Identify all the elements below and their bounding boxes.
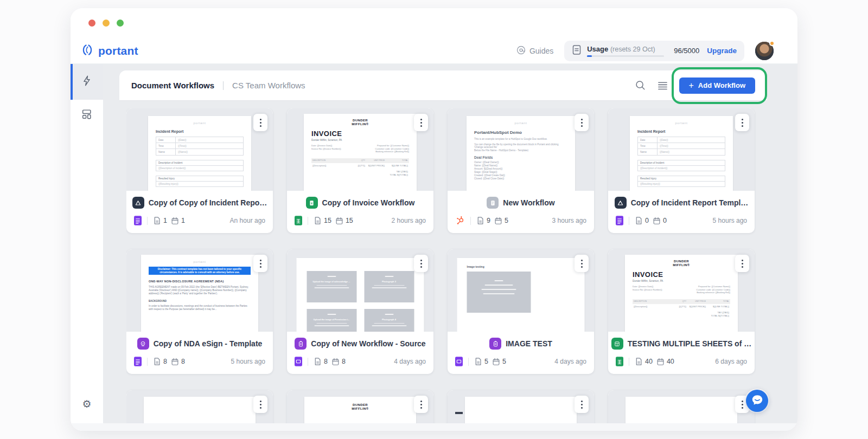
image-test-preview: Image testing — [457, 258, 585, 332]
documents-count: 8 — [324, 358, 328, 365]
events-count: 5 — [502, 358, 506, 365]
close-window-button[interactable] — [88, 20, 95, 27]
plus-icon: + — [689, 81, 694, 90]
minimize-window-button[interactable] — [103, 20, 110, 27]
meta-divider — [629, 217, 629, 225]
slides-preview: Upload the image of acknowledge ...Photo… — [297, 258, 424, 332]
chat-launcher[interactable] — [746, 390, 768, 412]
sidebar-item-settings[interactable]: ⚙ — [71, 398, 103, 410]
documents-icon — [153, 357, 161, 366]
doc-preview-invoice: DUNDER MIFFLIN® INVOICE Dunder Mifflin, … — [304, 114, 417, 191]
documents-icon — [314, 216, 322, 225]
portant-logo[interactable]: portant — [80, 43, 138, 59]
tab-cs-team-workflows[interactable]: CS Team Workflows — [232, 81, 305, 90]
sheets-green-icon — [306, 197, 318, 209]
card-menu-button[interactable] — [253, 396, 267, 413]
usage-progress-bar — [587, 55, 664, 57]
workflow-thumbnail: portant Incident Report Date{{Date}}Time… — [126, 108, 273, 191]
list-view-button[interactable] — [657, 81, 668, 91]
calendar-icon — [653, 217, 661, 225]
calendar-icon — [494, 217, 502, 225]
chat-icon — [751, 394, 763, 408]
card-menu-button[interactable] — [735, 114, 749, 131]
last-activity: 2 hours ago — [392, 217, 426, 224]
meta-divider — [629, 358, 629, 366]
guides-label: Guides — [529, 47, 553, 55]
search-button[interactable] — [635, 80, 646, 91]
calendar-icon — [171, 217, 179, 225]
workflow-grid: portant Incident Report Date{{Date}}Time… — [126, 108, 756, 423]
doc-preview-incident: portant Incident Report Date{{Date}}Time… — [630, 116, 733, 191]
workflow-card[interactable] — [448, 390, 594, 423]
doc-gray-icon — [487, 197, 499, 209]
last-activity: 4 days ago — [394, 358, 426, 365]
workflow-title: Copy of NDA eSign - Template — [154, 339, 263, 348]
workflow-card[interactable]: portant Incident Report Date{{Date}}Time… — [126, 108, 273, 233]
doc-preview-invoice: DUNDER MIFFLIN® — [304, 397, 416, 423]
usage-count: 96/5000 — [674, 47, 699, 55]
app-header: portant Guides Usage (resets 29 Oct) 96/… — [71, 38, 797, 64]
workflow-thumbnail — [448, 390, 594, 423]
document-usage-icon — [572, 44, 582, 57]
card-menu-button[interactable] — [575, 396, 589, 413]
table-green-icon — [611, 338, 623, 350]
incident-dark-icon — [132, 197, 144, 209]
card-menu-button[interactable] — [414, 114, 428, 131]
documents-icon — [153, 216, 161, 225]
last-activity: An hour ago — [230, 217, 265, 224]
clipboard-purple-icon — [295, 338, 307, 350]
workflow-card[interactable]: portant Incident Report Date{{Date}}Time… — [608, 108, 755, 233]
documents-icon — [635, 357, 643, 366]
workflow-card[interactable]: DUNDER MIFFLIN® INVOICE Dunder Mifflin, … — [608, 249, 755, 374]
workflow-card[interactable]: Image testing IMAGE TEST 5 5 4 days ago — [448, 249, 594, 374]
last-activity: 4 days ago — [554, 358, 586, 365]
doc-preview-blank — [144, 397, 256, 423]
workflow-card[interactable]: DUNDER MIFFLIN® INVOICE Dunder Mifflin, … — [287, 108, 433, 233]
preview-text-mark — [455, 412, 463, 414]
events-count: 8 — [342, 358, 346, 365]
meta-divider — [470, 217, 471, 225]
docs-purple-file-icon — [616, 216, 623, 225]
workflow-card[interactable]: DUNDER MIFFLIN® — [287, 390, 433, 423]
workflow-title: New Workflow — [503, 198, 554, 207]
events-count: 15 — [346, 217, 353, 224]
documents-count: 15 — [324, 217, 331, 224]
add-workflow-button[interactable]: + Add Workflow — [679, 78, 755, 94]
card-menu-button[interactable] — [414, 255, 428, 272]
card-menu-button[interactable] — [414, 396, 428, 413]
maximize-window-button[interactable] — [117, 20, 124, 27]
workflow-card[interactable] — [608, 390, 755, 423]
workflow-thumbnail: DUNDER MIFFLIN® INVOICE Dunder Mifflin, … — [608, 249, 755, 332]
sidebar-item-workflows[interactable] — [71, 64, 103, 100]
sidebar-item-templates[interactable] — [71, 100, 103, 130]
doc-preview-blank — [465, 397, 577, 423]
sidebar: ⚙ — [71, 64, 103, 431]
card-menu-button[interactable] — [253, 114, 267, 131]
workflow-thumbnail — [126, 390, 273, 423]
card-menu-button[interactable] — [575, 255, 589, 272]
documents-count: 0 — [645, 217, 649, 224]
workflow-card[interactable]: portant Disclaimer: This contract templa… — [126, 249, 273, 374]
guides-button[interactable]: Guides — [516, 46, 553, 56]
events-count: 5 — [505, 217, 508, 224]
workflow-thumbnail: portant Incident Report Date{{Date}}Time… — [608, 108, 755, 191]
workflow-title: Copy of Copy of Incident Repo… — [149, 198, 267, 207]
documents-count: 9 — [487, 217, 490, 224]
doc-preview-hubspot-demo: portant Portant/HubSpot Demo This is an … — [467, 116, 575, 191]
slides-purple-file-icon — [455, 357, 463, 366]
upgrade-button[interactable]: Upgrade — [707, 47, 737, 55]
workflow-card[interactable] — [126, 390, 273, 423]
calendar-icon — [331, 358, 340, 366]
avatar[interactable] — [755, 42, 774, 60]
workflow-thumbnail — [608, 390, 755, 423]
workflow-card[interactable]: portant Portant/HubSpot Demo This is an … — [448, 108, 594, 233]
card-menu-button[interactable] — [735, 255, 749, 272]
workflow-card[interactable]: Upload the image of acknowledge ...Photo… — [287, 249, 433, 374]
window-titlebar — [71, 8, 797, 38]
brand-name: portant — [98, 44, 138, 57]
card-menu-button[interactable] — [253, 255, 267, 272]
doc-preview-blank — [626, 397, 737, 423]
card-menu-button[interactable] — [575, 114, 589, 131]
usage-meter: Usage (resets 29 Oct) 96/5000 Upgrade — [564, 41, 744, 61]
tab-document-workflows[interactable]: Document Workflows — [131, 81, 214, 90]
